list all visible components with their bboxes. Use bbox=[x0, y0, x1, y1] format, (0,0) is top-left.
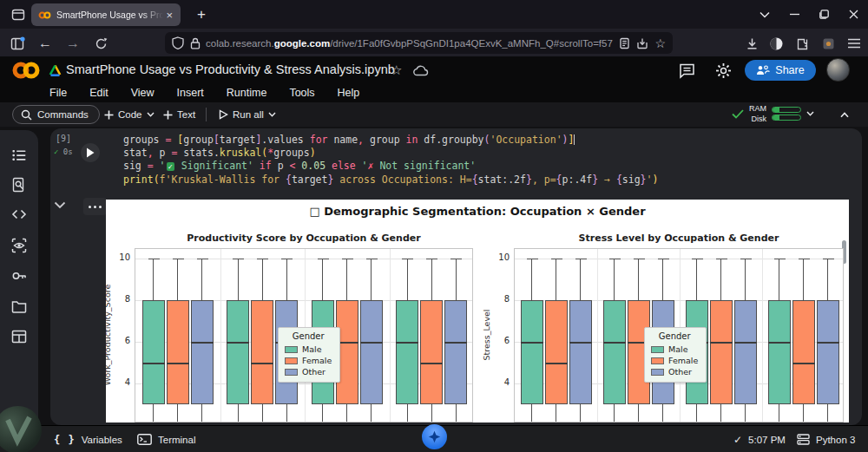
comments-icon[interactable] bbox=[679, 62, 695, 79]
reader-mode-icon[interactable] bbox=[619, 37, 630, 49]
menu-file[interactable]: File bbox=[49, 87, 67, 99]
disk-label: Disk bbox=[749, 114, 766, 124]
output-options-icon[interactable] bbox=[83, 198, 107, 215]
legend-entry: Female bbox=[285, 355, 332, 366]
menu-help[interactable]: Help bbox=[338, 87, 360, 99]
resource-monitor[interactable]: RAMDisk bbox=[732, 103, 814, 124]
menu-tools[interactable]: Tools bbox=[289, 87, 314, 99]
terminal-button[interactable]: Terminal bbox=[137, 426, 195, 452]
reload-icon[interactable] bbox=[92, 35, 109, 52]
median-line bbox=[360, 342, 383, 344]
account-icon[interactable] bbox=[767, 35, 785, 52]
close-window-button[interactable] bbox=[838, 0, 868, 29]
spark-icon bbox=[427, 429, 442, 444]
code-line[interactable]: sig = '✓ Significant' if p < 0.05 else '… bbox=[123, 160, 850, 174]
code-line[interactable]: stat, p = stats.kruskal(*groups) bbox=[123, 147, 850, 160]
code-line[interactable]: print(f'Kruskal-Wallis for {target} acro… bbox=[123, 174, 850, 187]
menu-edit[interactable]: Edit bbox=[89, 87, 108, 99]
scan-eye-icon[interactable] bbox=[11, 238, 27, 253]
kernel-selector[interactable]: Python 3 bbox=[797, 426, 855, 452]
secrets-key-icon[interactable] bbox=[11, 268, 27, 284]
table-of-contents-icon[interactable] bbox=[11, 147, 27, 163]
code-snippets-icon[interactable] bbox=[11, 206, 27, 222]
share-label: Share bbox=[775, 64, 804, 76]
shield-icon[interactable] bbox=[172, 36, 184, 49]
legend-entry: Female bbox=[651, 355, 698, 366]
variables-button[interactable]: { } Variables bbox=[54, 426, 122, 452]
whisker-line bbox=[238, 259, 239, 300]
settings-gear-icon[interactable] bbox=[715, 62, 732, 79]
whisker-line bbox=[556, 404, 556, 423]
url-bar[interactable]: colab.research.google.com/drive/1Fa0fGvb… bbox=[165, 32, 673, 54]
menu-view[interactable]: View bbox=[131, 87, 155, 99]
whisker-line bbox=[556, 259, 556, 300]
median-line bbox=[768, 342, 791, 344]
whisker-line bbox=[177, 259, 178, 300]
add-code-button[interactable]: Code bbox=[101, 105, 158, 124]
minimize-button[interactable] bbox=[779, 0, 809, 29]
tab-list-chevron-icon[interactable] bbox=[750, 0, 779, 29]
share-button[interactable]: Share bbox=[745, 60, 816, 81]
forward-icon[interactable]: → bbox=[64, 35, 82, 52]
save-page-icon[interactable] bbox=[636, 37, 648, 49]
gemini-spark-button[interactable] bbox=[422, 424, 447, 449]
run-all-button[interactable]: Run all bbox=[215, 105, 279, 124]
maximize-button[interactable] bbox=[809, 0, 838, 29]
avatar[interactable] bbox=[826, 58, 850, 82]
legend-label: Male bbox=[302, 344, 322, 354]
files-folder-icon[interactable] bbox=[11, 298, 27, 314]
firefox-view-icon[interactable] bbox=[9, 5, 28, 24]
extension-badge-icon[interactable] bbox=[819, 35, 837, 52]
menu-hamburger-icon[interactable] bbox=[845, 35, 863, 52]
whisker-line bbox=[262, 404, 263, 423]
whisker-cap bbox=[823, 259, 834, 259]
figure-title: □ Demographic Segmentation: Occupation ×… bbox=[106, 205, 849, 218]
whisker-cap bbox=[716, 259, 727, 259]
median-line bbox=[227, 342, 249, 344]
whisker-line bbox=[153, 259, 154, 300]
extensions-icon[interactable] bbox=[793, 35, 811, 52]
bookmark-star-icon[interactable]: ☆ bbox=[654, 38, 666, 49]
favorite-star-icon[interactable]: ☆ bbox=[391, 64, 402, 76]
back-icon[interactable]: ← bbox=[36, 35, 54, 52]
browser-tab[interactable]: SmartPhone Usage vs Producti × bbox=[31, 3, 181, 26]
sidebar-panel-icon[interactable] bbox=[9, 35, 26, 52]
collapse-output-icon[interactable] bbox=[54, 201, 68, 213]
whisker-cap bbox=[318, 259, 329, 259]
run-cell-button[interactable] bbox=[81, 143, 100, 162]
lock-icon[interactable] bbox=[190, 37, 201, 49]
whisker-line bbox=[779, 259, 779, 300]
search-icon bbox=[21, 109, 32, 121]
menu-insert[interactable]: Insert bbox=[177, 87, 204, 99]
new-tab-button[interactable]: + bbox=[191, 4, 212, 25]
add-text-button[interactable]: Text bbox=[160, 105, 199, 124]
axis-tick-label: 4 bbox=[111, 377, 130, 387]
median-line bbox=[444, 342, 467, 344]
commands-button[interactable]: Commands bbox=[12, 105, 100, 124]
whisker-cap bbox=[658, 259, 669, 259]
find-replace-icon[interactable] bbox=[11, 177, 27, 193]
whisker-line bbox=[201, 404, 202, 423]
terminal-icon bbox=[137, 434, 152, 445]
notebook-title[interactable]: SmartPhone Usage vs Productivity & Stres… bbox=[66, 62, 395, 76]
legend-title: Gender bbox=[285, 331, 332, 341]
boxplot-box bbox=[817, 300, 839, 404]
data-table-icon[interactable] bbox=[11, 329, 27, 344]
code-editor[interactable]: groups = [group[target].values for name,… bbox=[123, 134, 850, 187]
tab-close-icon[interactable]: × bbox=[163, 9, 175, 22]
legend-label: Female bbox=[668, 356, 698, 365]
disk-meter bbox=[772, 115, 801, 121]
downloads-icon[interactable] bbox=[743, 35, 760, 52]
whisker-cap bbox=[257, 259, 268, 259]
whisker-cap bbox=[402, 259, 413, 259]
code-line[interactable]: groups = [group[target].values for name,… bbox=[123, 134, 850, 147]
whisker-cap bbox=[634, 259, 645, 259]
legend-swatch bbox=[651, 357, 664, 364]
colab-logo[interactable] bbox=[10, 61, 42, 80]
menu-runtime[interactable]: Runtime bbox=[227, 87, 267, 99]
cell-output: □ Demographic Segmentation: Occupation ×… bbox=[106, 200, 849, 423]
whisker-cap bbox=[450, 259, 462, 259]
median-line bbox=[420, 363, 443, 364]
collapse-toolbar-icon[interactable] bbox=[837, 105, 852, 124]
boxplot-box bbox=[734, 300, 757, 404]
